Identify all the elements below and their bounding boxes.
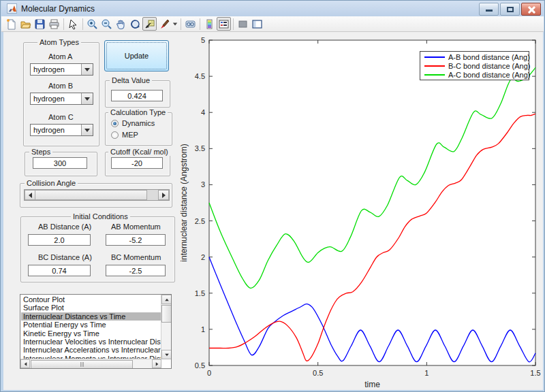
slider-right-arrow[interactable] — [158, 190, 169, 200]
atom-a-dropdown[interactable]: hydrogen — [30, 63, 93, 76]
y-tick-label: 2 — [201, 253, 205, 261]
plot-axes: 00.511.50.511.522.533.544.55timeinternuc… — [177, 32, 545, 390]
x-tick-label: 0 — [207, 369, 211, 377]
print-button[interactable] — [47, 17, 61, 31]
maximize-button[interactable] — [500, 3, 520, 16]
app-window: Molecular Dynamics — [0, 0, 545, 392]
chevron-down-icon — [84, 129, 90, 132]
scroll-down-button[interactable] — [161, 350, 172, 359]
initial-conditions-label: Initial Conditions — [71, 212, 130, 220]
hide-plot-tools-icon — [237, 18, 249, 30]
insert-legend-icon — [218, 18, 230, 30]
save-icon — [34, 18, 46, 30]
arrow-left-icon — [29, 193, 32, 198]
collision-angle-slider[interactable] — [24, 189, 170, 201]
atom-c-dropdown[interactable]: hydrogen — [30, 124, 93, 136]
list-item[interactable]: Contour Plot — [21, 295, 161, 304]
radio-unselected-icon — [111, 131, 119, 139]
bc-distance-field[interactable]: 0.74 — [28, 265, 91, 276]
slider-left-arrow[interactable] — [25, 190, 35, 200]
list-item[interactable]: Internuclear Accelerations vs Internucle… — [21, 346, 161, 354]
plot-type-list-items: Contour PlotSurface PlotInternuclear Dis… — [21, 295, 161, 359]
bc-momentum-field[interactable]: -2.5 — [106, 265, 166, 276]
legend-line-sample — [424, 65, 445, 67]
hide-plot-tools-button[interactable] — [236, 17, 250, 31]
x-tick-label: 1 — [424, 369, 429, 377]
atom-b-dropdown[interactable]: hydrogen — [30, 93, 93, 105]
listbox-horizontal-scrollbar[interactable] — [20, 359, 161, 368]
minimize-button[interactable] — [479, 3, 499, 16]
list-item[interactable]: Kinetic Energy vs Time — [21, 329, 161, 338]
plot-legend[interactable]: A-B bond distance (Ang)B-C bond distance… — [420, 51, 529, 80]
link-plots-icon — [185, 18, 196, 30]
close-button[interactable] — [521, 3, 541, 16]
calculation-type-label: Calculation Type — [108, 108, 168, 116]
arrow-cursor-button[interactable] — [66, 17, 80, 31]
ab-momentum-field[interactable]: -5.2 — [106, 234, 166, 246]
brush-dropdown-button[interactable] — [171, 17, 178, 31]
toolbar-separator — [63, 18, 64, 30]
slider-thumb[interactable] — [35, 190, 147, 200]
y-tick-label: 1.5 — [195, 289, 205, 297]
ab-momentum-label: AB Momentum — [111, 223, 161, 231]
vertical-scroll-thumb[interactable] — [161, 305, 172, 323]
zoom-in-icon — [87, 18, 98, 30]
matlab-logo-icon — [7, 3, 17, 14]
brush-dropdown-arrow-icon — [172, 22, 176, 25]
cutoff-field[interactable]: -20 — [111, 157, 163, 169]
bc-momentum-label: BC Momentum — [111, 253, 161, 261]
arrow-left-icon — [24, 362, 27, 366]
list-item[interactable]: Internuclear Velocities vs Internuclear … — [21, 338, 161, 346]
y-axis-label: internuclear distance (Angstrom) — [179, 144, 189, 261]
rotate-3d-button[interactable] — [128, 17, 142, 31]
steps-field[interactable]: 300 — [33, 157, 87, 169]
cutoff-label: Cutoff (Kcal/ mol) — [108, 148, 170, 156]
arrow-cursor-icon — [67, 18, 79, 30]
plot-type-listbox[interactable]: Contour PlotSurface PlotInternuclear Dis… — [20, 294, 172, 369]
colorbar-button[interactable] — [202, 17, 217, 31]
dynamics-radio[interactable]: Dynamics — [111, 119, 155, 127]
axes-box — [209, 40, 535, 365]
open-folder-icon — [20, 18, 31, 30]
open-folder-button[interactable] — [18, 17, 33, 31]
update-button[interactable]: Update — [104, 40, 169, 71]
delta-value-label: Delta Value — [110, 76, 152, 84]
delta-value-field[interactable]: 0.424 — [111, 90, 163, 101]
pan-hand-button[interactable] — [114, 17, 128, 31]
listbox-vertical-scrollbar[interactable] — [161, 295, 171, 359]
brush-button[interactable] — [157, 17, 171, 31]
arrow-right-icon — [162, 193, 166, 198]
data-cursor-icon — [144, 18, 155, 30]
link-plots-button[interactable] — [183, 17, 198, 31]
horizontal-scroll-thumb[interactable] — [31, 360, 133, 369]
rotate-3d-icon — [129, 18, 141, 30]
save-button[interactable] — [33, 17, 47, 31]
print-icon — [48, 18, 60, 30]
zoom-out-button[interactable] — [99, 17, 114, 31]
radio-selected-icon — [111, 120, 119, 127]
arrow-down-icon — [165, 353, 169, 356]
steps-label: Steps — [29, 148, 52, 156]
titlebar[interactable]: Molecular Dynamics — [1, 1, 544, 16]
list-item[interactable]: Potential Energy vs Time — [21, 321, 161, 329]
mep-radio[interactable]: MEP — [111, 131, 138, 139]
show-plot-tools-button[interactable] — [250, 17, 264, 31]
ab-distance-field[interactable]: 2.0 — [28, 234, 91, 246]
legend-entry: A-C bond distance (Ang) — [420, 70, 529, 79]
data-cursor-button[interactable] — [142, 17, 157, 31]
y-tick-label: 3 — [201, 180, 205, 189]
scroll-right-button[interactable] — [152, 359, 161, 368]
y-tick-label: 1 — [201, 325, 205, 333]
figure-toolbar — [1, 16, 544, 32]
scroll-up-button[interactable] — [161, 295, 172, 304]
arrow-up-icon — [165, 298, 169, 301]
bc-distance-label: BC Distance (A) — [38, 253, 92, 261]
y-tick-label: 0.5 — [195, 361, 205, 370]
list-item[interactable]: Internuclear Distances vs Time — [21, 312, 161, 321]
scroll-left-button[interactable] — [20, 359, 30, 368]
insert-legend-button[interactable] — [217, 17, 231, 31]
new-document-button[interactable] — [4, 17, 18, 31]
list-item[interactable]: Surface Plot — [21, 304, 161, 312]
zoom-in-button[interactable] — [85, 17, 99, 31]
chevron-down-icon — [84, 97, 90, 101]
